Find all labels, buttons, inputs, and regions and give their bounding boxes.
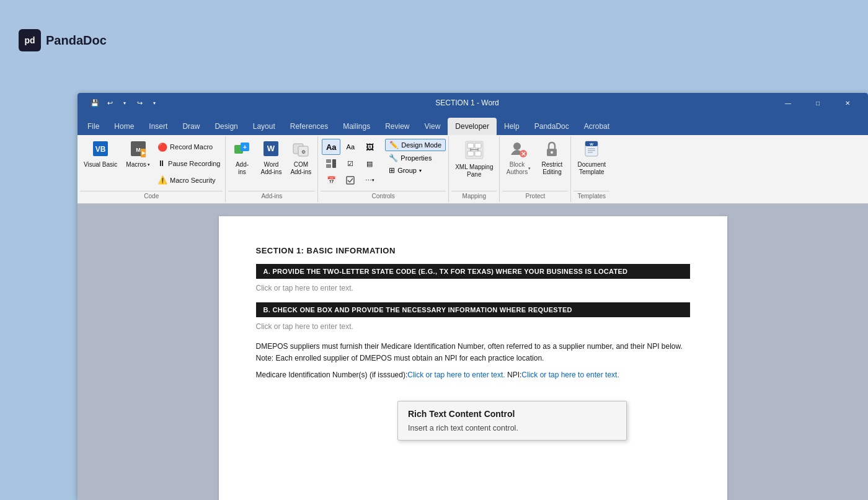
paragraph-1: DMEPOS suppliers must furnish their Medi… <box>256 341 690 364</box>
svg-text:W: W <box>590 143 593 146</box>
para2-link1[interactable]: Click or tap here to enter text. <box>407 371 505 379</box>
addins-group-content: + Add-ins W WordAdd-ins <box>228 138 315 190</box>
tab-help[interactable]: Help <box>497 118 527 135</box>
rich-text-tooltip: Rich Text Content Control Insert a rich … <box>397 401 627 441</box>
mapping-group-label: Mapping <box>451 191 497 201</box>
word-window: 💾 ↩ ▾ ↪ ▾ SECTION 1 - Word — □ ✕ File Ho… <box>78 93 868 500</box>
document-template-label: DocumentTemplate <box>577 161 606 176</box>
title-bar-left: 💾 ↩ ▾ ↪ ▾ <box>84 97 161 109</box>
para2-start-text: Medicare Identification Number(s) (if is… <box>256 371 408 379</box>
tab-acrobat[interactable]: Acrobat <box>577 118 617 135</box>
xml-mapping-label: XML MappingPane <box>455 164 493 178</box>
design-mode-button[interactable]: ✏️ Design Mode <box>385 139 446 151</box>
minimize-button[interactable]: — <box>774 93 802 113</box>
xml-mapping-pane-button[interactable]: XML MappingPane <box>451 138 497 181</box>
tab-draw[interactable]: Draw <box>175 118 207 135</box>
tab-review[interactable]: Review <box>378 118 417 135</box>
add-ins-button[interactable]: + Add-ins <box>228 138 255 178</box>
svg-point-26 <box>513 143 521 150</box>
para2-mid-text: NPI: <box>505 371 522 379</box>
save-button[interactable]: 💾 <box>89 97 101 109</box>
com-add-ins-label: COMAdd-ins <box>290 161 311 176</box>
question-a-placeholder[interactable]: Click or tap here to enter text. <box>256 283 690 294</box>
section-title: SECTION 1: BASIC INFORMATION <box>256 246 690 255</box>
checkbox-button[interactable] <box>341 172 360 188</box>
rich-text-control-button[interactable]: Aa <box>322 139 340 155</box>
word-add-ins-icon: W <box>262 140 280 160</box>
ribbon-group-templates: W DocumentTemplate Templates <box>571 136 612 202</box>
add-ins-label: Add-ins <box>236 161 249 176</box>
block-authors-icon: ✕ <box>510 140 527 160</box>
svg-text:M: M <box>136 147 141 153</box>
macro-security-icon: ⚠️ <box>157 175 167 185</box>
maximize-button[interactable]: □ <box>804 93 832 113</box>
macro-security-button[interactable]: ⚠️ Macro Security <box>155 174 223 186</box>
tab-layout[interactable]: Layout <box>246 118 283 135</box>
tab-design[interactable]: Design <box>207 118 245 135</box>
document-page: SECTION 1: BASIC INFORMATION A. PROVIDE … <box>219 216 727 500</box>
addins-group-label: Add-ins <box>228 191 315 201</box>
undo-dropdown[interactable]: ▾ <box>118 97 131 109</box>
word-add-ins-button[interactable]: W WordAdd-ins <box>257 138 285 178</box>
macros-icon: M ▶ <box>130 140 147 160</box>
quick-access-toolbar: 💾 ↩ ▾ ↪ ▾ <box>89 97 161 109</box>
macro-small-buttons: 🔴 Record Macro ⏸ Pause Recording ⚠️ Macr… <box>155 138 223 190</box>
svg-rect-14 <box>326 159 331 163</box>
group-button[interactable]: ⊞ Group ▾ <box>385 165 446 176</box>
restrict-editing-label: RestrictEditing <box>542 161 563 176</box>
title-bar-title: SECTION 1 - Word <box>435 99 498 107</box>
xml-mapping-icon <box>464 140 484 162</box>
ribbon-group-protect: ✕ BlockAuthors ▾ <box>500 136 571 202</box>
svg-text:✕: ✕ <box>521 151 526 157</box>
svg-rect-19 <box>467 143 474 148</box>
tab-mailings[interactable]: Mailings <box>335 118 378 135</box>
com-add-ins-button[interactable]: ⚙ COMAdd-ins <box>286 138 315 178</box>
templates-group-content: W DocumentTemplate <box>574 138 609 190</box>
plain-text-control-button[interactable]: Aa <box>341 139 360 155</box>
svg-text:+: + <box>244 144 247 151</box>
customize-quick-access[interactable]: ▾ <box>148 97 161 109</box>
redo-button[interactable]: ↪ <box>133 97 146 109</box>
restrict-editing-button[interactable]: RestrictEditing <box>536 138 568 178</box>
drop-down-list-button[interactable]: ▤ <box>360 156 379 172</box>
properties-button[interactable]: 🔧 Properties <box>385 152 446 164</box>
pandadoc-logo-text: PandaDoc <box>46 33 107 48</box>
pause-recording-button[interactable]: ⏸ Pause Recording <box>155 157 223 169</box>
tab-home[interactable]: Home <box>107 118 141 135</box>
tooltip-title: Rich Text Content Control <box>408 409 616 419</box>
design-mode-label: Design Mode <box>401 141 441 149</box>
undo-button[interactable]: ↩ <box>104 97 116 109</box>
tooltip-description: Insert a rich text content control. <box>408 424 616 432</box>
ribbon-group-addins: + Add-ins W WordAdd-ins <box>226 136 318 202</box>
block-authors-button[interactable]: ✕ BlockAuthors ▾ <box>502 138 534 178</box>
combo-box-button[interactable]: ☑ <box>341 156 360 172</box>
macros-button[interactable]: M ▶ Macros ▾ <box>122 138 154 171</box>
ribbon: VB Visual Basic M ▶ <box>78 135 868 204</box>
controls-icon-grid: Aa Aa 🖼 ☑ ▤ 📅 <box>321 138 383 190</box>
question-b-placeholder[interactable]: Click or tap here to enter text. <box>256 321 690 332</box>
block-authors-label: BlockAuthors ▾ <box>507 161 531 176</box>
tab-view[interactable]: View <box>417 118 448 135</box>
tab-pandadoc[interactable]: PandaDoc <box>527 118 577 135</box>
document-template-button[interactable]: W DocumentTemplate <box>574 138 609 178</box>
tab-references[interactable]: References <box>283 118 335 135</box>
add-ins-icon: + <box>233 140 250 160</box>
close-button[interactable]: ✕ <box>833 93 862 113</box>
picture-content-control-button[interactable]: 🖼 <box>360 139 379 155</box>
tab-insert[interactable]: Insert <box>141 118 175 135</box>
more-controls-dropdown[interactable]: ⋯▾ <box>360 172 379 188</box>
tab-file[interactable]: File <box>80 118 107 135</box>
para2-link2[interactable]: Click or tap here to enter text. <box>521 371 619 379</box>
controls-right: ✏️ Design Mode 🔧 Properties ⊞ Group ▾ <box>385 138 446 176</box>
restrict-editing-icon <box>543 140 560 160</box>
building-block-gallery-button[interactable] <box>322 156 340 172</box>
macros-label: Macros ▾ <box>126 161 150 169</box>
tab-developer[interactable]: Developer <box>448 118 497 135</box>
record-macro-button[interactable]: 🔴 Record Macro <box>155 141 223 153</box>
pandadoc-logo: pd PandaDoc <box>19 29 107 51</box>
code-group-label: Code <box>80 191 223 201</box>
date-picker-button[interactable]: 📅 <box>322 172 340 188</box>
question-a-header: A. PROVIDE THE TWO-LETTER STATE CODE (E.… <box>256 264 690 279</box>
svg-rect-21 <box>467 151 474 156</box>
visual-basic-button[interactable]: VB Visual Basic <box>80 138 121 171</box>
